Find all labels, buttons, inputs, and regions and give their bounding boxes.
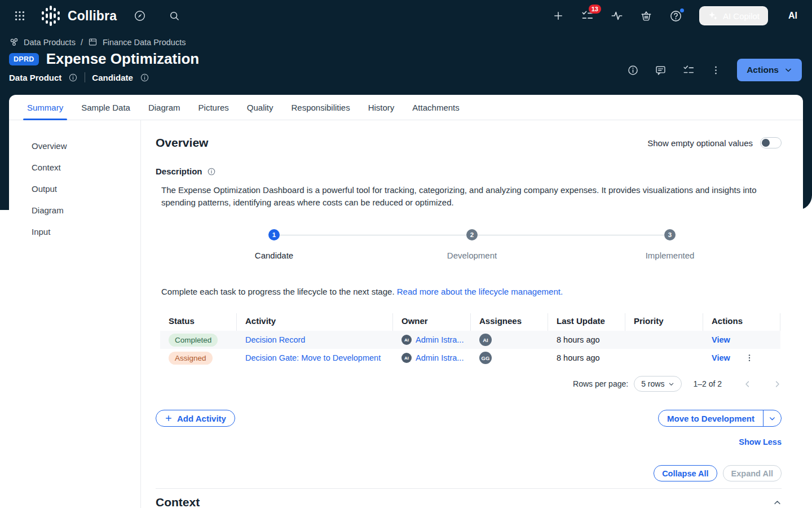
lifecycle-instruction-text: Complete each task to progress the lifec… bbox=[161, 287, 395, 296]
toggle-knob bbox=[762, 139, 770, 147]
show-empty-values-toggle[interactable] bbox=[760, 137, 782, 148]
owner-link[interactable]: Admin Istra... bbox=[416, 335, 464, 344]
collibra-logo-mark bbox=[39, 5, 62, 27]
description-label: Description bbox=[156, 167, 202, 176]
actions-button-label: Actions bbox=[747, 65, 779, 75]
actions-button[interactable]: Actions bbox=[737, 59, 802, 81]
lifecycle-read-more-link[interactable]: Read more about the lifecycle management… bbox=[397, 287, 563, 296]
row-kebab-icon[interactable] bbox=[745, 353, 754, 362]
tab-sample-data[interactable]: Sample Data bbox=[72, 95, 139, 120]
page-title: Expense Optimization bbox=[46, 50, 200, 68]
asset-type-badge: DPRD bbox=[9, 53, 39, 65]
checklist-icon[interactable] bbox=[682, 64, 695, 76]
collibra-logo[interactable]: Collibra bbox=[39, 5, 117, 27]
column-priority: Priority bbox=[625, 313, 703, 331]
description-text: The Expense Optimization Dashboard is a … bbox=[161, 184, 760, 209]
next-page-icon[interactable] bbox=[773, 380, 782, 388]
asset-type-label: Data Product bbox=[9, 73, 61, 82]
asset-type-info-icon[interactable] bbox=[68, 73, 78, 82]
comments-icon[interactable] bbox=[655, 64, 667, 76]
column-actions: Actions bbox=[703, 313, 780, 331]
breadcrumb-data-products[interactable]: Data Products bbox=[24, 38, 76, 47]
tab-responsibilities[interactable]: Responsibilities bbox=[282, 95, 359, 120]
sidebar-item-input[interactable]: Input bbox=[32, 226, 140, 238]
sidebar-item-output[interactable]: Output bbox=[32, 183, 140, 195]
show-less-link[interactable]: Show Less bbox=[739, 437, 782, 446]
column-activity: Activity bbox=[237, 313, 393, 331]
last-update-value: 8 hours ago bbox=[548, 335, 625, 344]
tab-summary[interactable]: Summary bbox=[18, 95, 72, 120]
plus-icon bbox=[165, 414, 173, 422]
previous-page-icon[interactable] bbox=[743, 380, 752, 388]
data-product-folder-icon bbox=[88, 37, 98, 47]
tab-history[interactable]: History bbox=[359, 95, 404, 120]
sidebar-item-overview[interactable]: Overview bbox=[32, 141, 140, 152]
activity-pulse-icon[interactable] bbox=[611, 10, 623, 22]
breadcrumb-separator: / bbox=[81, 38, 83, 47]
activity-link[interactable]: Decision Gate: Move to Development bbox=[245, 353, 381, 362]
domain-icon bbox=[9, 37, 19, 47]
breadcrumb-finance-data-products[interactable]: Finance Data Products bbox=[103, 38, 186, 47]
last-update-value: 8 hours ago bbox=[548, 353, 625, 362]
status-info-icon[interactable] bbox=[140, 73, 149, 82]
view-button[interactable]: View bbox=[712, 335, 730, 344]
tasks-icon[interactable]: 13 bbox=[581, 10, 594, 22]
tab-quality[interactable]: Quality bbox=[238, 95, 283, 120]
step-circle-candidate: 1 bbox=[268, 229, 280, 240]
user-avatar[interactable]: AI bbox=[788, 11, 797, 21]
help-icon[interactable] bbox=[669, 10, 682, 23]
move-options-caret[interactable] bbox=[763, 410, 781, 426]
lifecycle-status-label: Candidate bbox=[92, 73, 133, 82]
step-label-development: Development bbox=[447, 251, 497, 260]
activity-link[interactable]: Decision Record bbox=[245, 335, 305, 344]
status-badge: Assigned bbox=[169, 352, 213, 365]
step-circle-development: 2 bbox=[466, 229, 478, 240]
rows-per-page-label: Rows per page: bbox=[573, 379, 628, 388]
tab-diagram[interactable]: Diagram bbox=[139, 95, 189, 120]
step-label-implemented: Implemented bbox=[646, 251, 695, 260]
table-header-row: Status Activity Owner Assignees Last Upd… bbox=[160, 313, 780, 331]
activities-table: Status Activity Owner Assignees Last Upd… bbox=[160, 313, 780, 367]
chevron-down-icon bbox=[668, 381, 674, 387]
context-heading: Context bbox=[156, 496, 200, 508]
lifecycle-stepper: 1 2 3 bbox=[156, 229, 782, 240]
page-range: 1–2 of 2 bbox=[693, 379, 722, 388]
content-panel: Summary Sample Data Diagram Pictures Qua… bbox=[9, 95, 803, 508]
tasks-count-badge: 13 bbox=[589, 5, 601, 14]
rows-per-page-value: 5 rows bbox=[641, 379, 664, 388]
brand-name: Collibra bbox=[68, 8, 117, 24]
sidebar-item-diagram[interactable]: Diagram bbox=[32, 205, 140, 216]
app-launcher-icon[interactable] bbox=[15, 11, 25, 21]
more-options-kebab-icon[interactable] bbox=[710, 65, 721, 76]
ai-copilot-label: AI Copilot bbox=[723, 11, 760, 21]
column-last-update: Last Update bbox=[548, 313, 625, 331]
add-activity-button[interactable]: Add Activity bbox=[156, 410, 235, 427]
status-badge: Completed bbox=[169, 334, 218, 347]
create-plus-icon[interactable] bbox=[553, 10, 564, 21]
marketplace-basket-icon[interactable] bbox=[640, 10, 652, 22]
context-section-header: Context bbox=[156, 496, 782, 508]
move-to-development-button[interactable]: Move to Development bbox=[659, 410, 763, 426]
view-button[interactable]: View bbox=[712, 353, 730, 362]
compass-icon[interactable] bbox=[134, 10, 146, 22]
tab-pictures[interactable]: Pictures bbox=[189, 95, 238, 120]
ai-copilot-button[interactable]: AI Copilot bbox=[699, 6, 768, 25]
tab-attachments[interactable]: Attachments bbox=[403, 95, 468, 120]
search-icon[interactable] bbox=[169, 10, 180, 21]
collapse-context-chevron-up-icon[interactable] bbox=[773, 498, 782, 507]
owner-link[interactable]: Admin Istra... bbox=[416, 353, 464, 362]
step-circle-implemented: 3 bbox=[664, 229, 676, 240]
rows-per-page-select[interactable]: 5 rows bbox=[634, 376, 682, 392]
expand-all-button[interactable]: Expand All bbox=[723, 465, 782, 481]
overview-section: Overview Show empty optional values Desc… bbox=[141, 120, 803, 508]
sidebar-item-context[interactable]: Context bbox=[32, 162, 140, 173]
collapse-all-button[interactable]: Collapse All bbox=[654, 465, 717, 481]
info-icon[interactable] bbox=[627, 64, 639, 76]
help-notification-dot bbox=[680, 8, 684, 12]
table-pagination: Rows per page: 5 rows 1–2 of 2 bbox=[156, 376, 782, 392]
chevron-down-icon bbox=[769, 415, 776, 422]
table-row: Completed Decision Record AI Admin Istra… bbox=[160, 331, 780, 349]
subtitle-divider bbox=[85, 72, 85, 82]
top-navigation-bar: Collibra 13 bbox=[0, 0, 812, 32]
description-info-icon[interactable] bbox=[207, 167, 216, 176]
